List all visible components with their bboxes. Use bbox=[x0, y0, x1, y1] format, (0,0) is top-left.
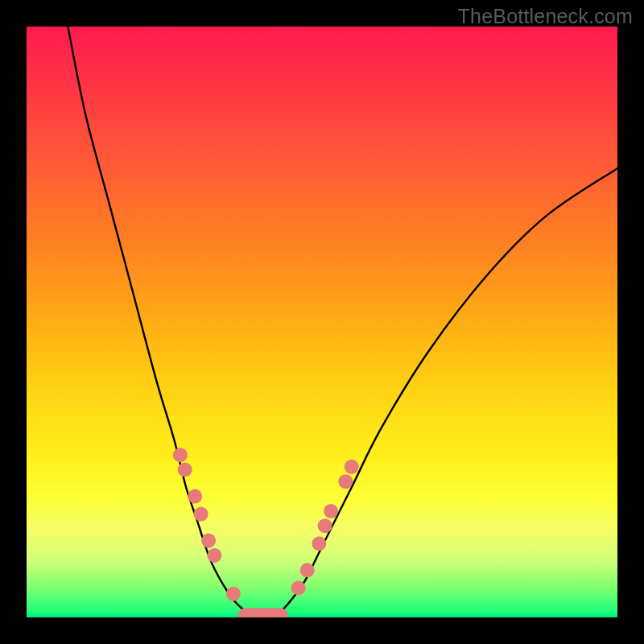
marker-band bbox=[238, 608, 288, 617]
marker-dot bbox=[324, 504, 338, 518]
plot-area bbox=[27, 27, 617, 617]
watermark-text: TheBottleneck.com bbox=[458, 5, 633, 28]
marker-dot bbox=[194, 507, 208, 522]
marker-dot bbox=[338, 474, 353, 489]
chart-svg bbox=[27, 27, 617, 617]
series-left-curve bbox=[68, 27, 251, 617]
marker-dot bbox=[173, 448, 188, 462]
marker-dot bbox=[345, 460, 359, 474]
marker-dot bbox=[201, 534, 216, 548]
marker-dot bbox=[226, 587, 241, 601]
marker-dot bbox=[188, 489, 202, 504]
marker-dot bbox=[207, 548, 221, 563]
curve-lines bbox=[68, 27, 617, 617]
series-right-curve bbox=[275, 168, 617, 617]
marker-dot bbox=[318, 518, 332, 533]
marker-dot bbox=[300, 563, 315, 577]
marker-dot bbox=[178, 463, 192, 477]
chart-frame: TheBottleneck.com bbox=[0, 0, 644, 644]
marker-dot bbox=[312, 536, 326, 551]
marker-dot bbox=[291, 580, 306, 595]
